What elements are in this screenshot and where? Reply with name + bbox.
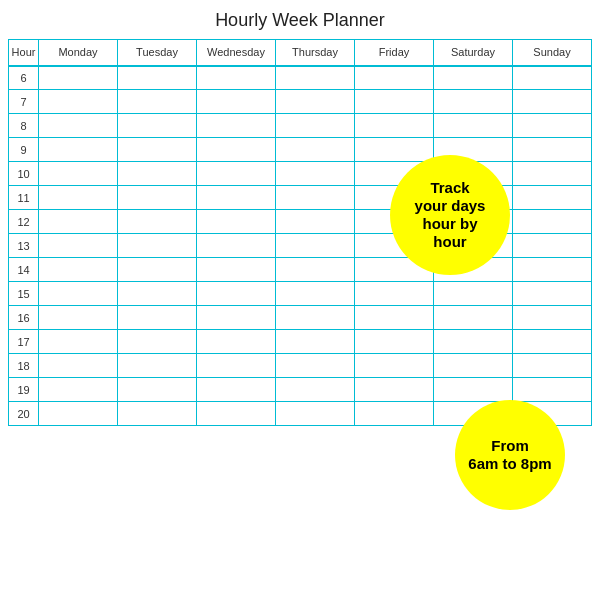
- day-cell: [513, 162, 592, 186]
- day-cell: [39, 330, 118, 354]
- day-cell: [434, 66, 513, 90]
- day-cell: [355, 306, 434, 330]
- col-header-hour: Hour: [9, 40, 39, 66]
- day-cell: [513, 90, 592, 114]
- hour-cell: 7: [9, 90, 39, 114]
- day-cell: [276, 66, 355, 90]
- hour-cell: 18: [9, 354, 39, 378]
- day-cell: [197, 186, 276, 210]
- col-header-tuesday: Tuesday: [118, 40, 197, 66]
- day-cell: [118, 210, 197, 234]
- col-header-sunday: Sunday: [513, 40, 592, 66]
- day-cell: [434, 378, 513, 402]
- day-cell: [276, 234, 355, 258]
- day-cell: [39, 234, 118, 258]
- col-header-saturday: Saturday: [434, 40, 513, 66]
- day-cell: [39, 402, 118, 426]
- day-cell: [197, 90, 276, 114]
- day-cell: [434, 114, 513, 138]
- day-cell: [276, 378, 355, 402]
- table-row: 17: [9, 330, 592, 354]
- day-cell: [118, 114, 197, 138]
- hour-cell: 12: [9, 210, 39, 234]
- day-cell: [118, 330, 197, 354]
- day-cell: [118, 402, 197, 426]
- day-cell: [513, 138, 592, 162]
- planner-body: 67891011121314151617181920: [9, 66, 592, 426]
- day-cell: [39, 162, 118, 186]
- day-cell: [513, 306, 592, 330]
- day-cell: [197, 402, 276, 426]
- hour-cell: 19: [9, 378, 39, 402]
- table-row: 6: [9, 66, 592, 90]
- hour-cell: 17: [9, 330, 39, 354]
- day-cell: [434, 330, 513, 354]
- day-cell: [434, 282, 513, 306]
- day-cell: [276, 330, 355, 354]
- day-cell: [118, 162, 197, 186]
- day-cell: [39, 114, 118, 138]
- day-cell: [434, 354, 513, 378]
- day-cell: [118, 234, 197, 258]
- day-cell: [355, 138, 434, 162]
- day-cell: [197, 114, 276, 138]
- day-cell: [513, 282, 592, 306]
- hour-cell: 15: [9, 282, 39, 306]
- table-row: 18: [9, 354, 592, 378]
- col-header-thursday: Thursday: [276, 40, 355, 66]
- bubble-track: Trackyour dayshour byhour: [390, 155, 510, 275]
- bubble-from-text: From6am to 8pm: [468, 437, 551, 473]
- day-cell: [276, 210, 355, 234]
- day-cell: [118, 282, 197, 306]
- day-cell: [355, 378, 434, 402]
- day-cell: [513, 354, 592, 378]
- day-cell: [355, 282, 434, 306]
- day-cell: [197, 258, 276, 282]
- hour-cell: 9: [9, 138, 39, 162]
- day-cell: [276, 402, 355, 426]
- table-row: 10: [9, 162, 592, 186]
- header-row: Hour Monday Tuesday Wednesday Thursday F…: [9, 40, 592, 66]
- day-cell: [118, 306, 197, 330]
- day-cell: [118, 90, 197, 114]
- day-cell: [39, 186, 118, 210]
- day-cell: [513, 330, 592, 354]
- day-cell: [197, 138, 276, 162]
- day-cell: [197, 378, 276, 402]
- col-header-friday: Friday: [355, 40, 434, 66]
- day-cell: [276, 354, 355, 378]
- day-cell: [513, 210, 592, 234]
- day-cell: [355, 330, 434, 354]
- table-row: 16: [9, 306, 592, 330]
- day-cell: [276, 114, 355, 138]
- day-cell: [39, 378, 118, 402]
- col-header-wednesday: Wednesday: [197, 40, 276, 66]
- day-cell: [513, 66, 592, 90]
- hour-cell: 20: [9, 402, 39, 426]
- day-cell: [197, 162, 276, 186]
- hour-cell: 16: [9, 306, 39, 330]
- day-cell: [355, 90, 434, 114]
- col-header-monday: Monday: [39, 40, 118, 66]
- day-cell: [276, 90, 355, 114]
- day-cell: [118, 378, 197, 402]
- day-cell: [118, 186, 197, 210]
- day-cell: [513, 114, 592, 138]
- hour-cell: 13: [9, 234, 39, 258]
- hour-cell: 10: [9, 162, 39, 186]
- day-cell: [276, 186, 355, 210]
- day-cell: [39, 66, 118, 90]
- bubble-from: From6am to 8pm: [455, 400, 565, 510]
- day-cell: [197, 282, 276, 306]
- day-cell: [276, 162, 355, 186]
- day-cell: [39, 354, 118, 378]
- day-cell: [276, 258, 355, 282]
- day-cell: [276, 306, 355, 330]
- day-cell: [355, 402, 434, 426]
- table-row: 7: [9, 90, 592, 114]
- day-cell: [513, 234, 592, 258]
- day-cell: [434, 90, 513, 114]
- table-row: 9: [9, 138, 592, 162]
- day-cell: [197, 234, 276, 258]
- bubble-track-text: Trackyour dayshour byhour: [415, 179, 486, 251]
